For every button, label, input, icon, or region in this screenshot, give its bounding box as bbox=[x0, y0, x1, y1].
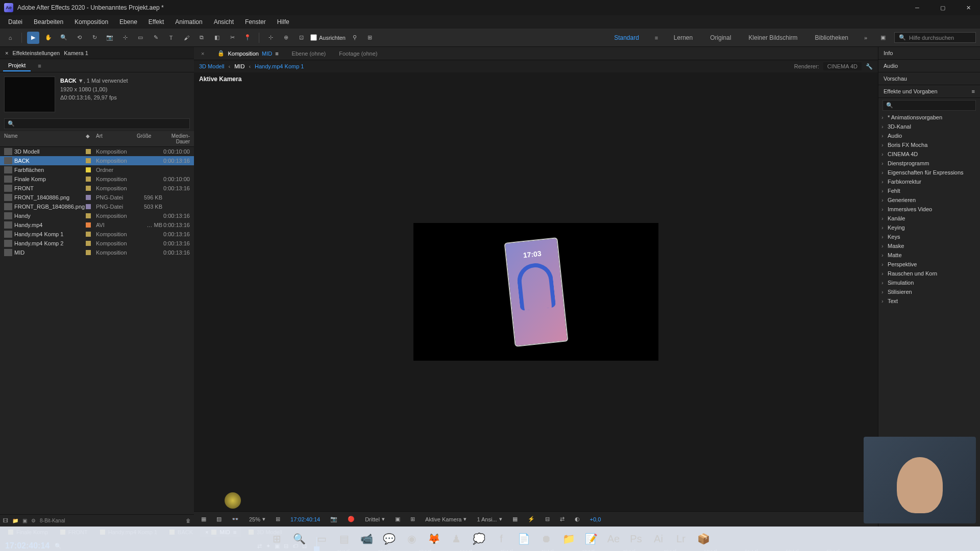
close-button[interactable]: ✕ bbox=[961, 3, 976, 13]
effect-category[interactable]: Perspektive bbox=[878, 260, 980, 269]
effects-search[interactable]: 🔍 bbox=[883, 100, 976, 111]
project-item[interactable]: HandyKomposition0:00:13:16 bbox=[0, 211, 194, 220]
menu-effekt[interactable]: Effekt bbox=[143, 16, 169, 28]
viewer-timecode[interactable]: 17:02:40:14 bbox=[287, 515, 323, 523]
audio-panel[interactable]: Audio bbox=[878, 60, 980, 72]
menu-ebene[interactable]: Ebene bbox=[114, 16, 142, 28]
minimize-button[interactable]: ─ bbox=[910, 3, 925, 13]
workspace-standard[interactable]: Standard bbox=[608, 32, 645, 43]
taskbar-app[interactable]: 💬 bbox=[379, 529, 399, 548]
menu-komposition[interactable]: Komposition bbox=[69, 16, 113, 28]
project-item[interactable]: MIDKomposition0:00:13:16 bbox=[0, 248, 194, 257]
project-item[interactable]: FRONT_1840886.pngPNG-Datei596 KB bbox=[0, 193, 194, 202]
taskbar-app[interactable]: 🔍 bbox=[289, 529, 309, 548]
taskbar-app[interactable]: ▤ bbox=[334, 529, 354, 548]
taskbar-app[interactable]: Ps bbox=[626, 529, 646, 548]
effect-category[interactable]: Stilisieren bbox=[878, 287, 980, 296]
effect-category[interactable]: Generieren bbox=[878, 195, 980, 205]
resolution-dropdown[interactable]: Drittel ▾ bbox=[362, 515, 388, 523]
grid-icon[interactable]: ⊞ bbox=[407, 515, 418, 523]
taskbar-app[interactable]: 📦 bbox=[694, 529, 713, 548]
menu-datei[interactable]: Datei bbox=[3, 16, 28, 28]
view-axis-icon[interactable]: ⊡ bbox=[295, 32, 307, 44]
expand-icon[interactable]: » bbox=[860, 32, 872, 44]
channel-icon[interactable]: 🔴 bbox=[345, 515, 358, 523]
project-list[interactable]: 3D ModellKomposition0:00:10:00BACKKompos… bbox=[0, 147, 194, 514]
effect-controls-tab[interactable]: × Effekteinstellungen Kamera 1 bbox=[0, 47, 194, 59]
menu-animation[interactable]: Animation bbox=[170, 16, 207, 28]
view-dropdown[interactable]: Aktive Kamera ▾ bbox=[422, 515, 470, 523]
snap-checkbox[interactable] bbox=[310, 34, 317, 41]
info-panel[interactable]: Info bbox=[878, 47, 980, 60]
new-folder-icon[interactable]: 📁 bbox=[12, 518, 18, 523]
shape-tool-icon[interactable]: ▭ bbox=[134, 32, 146, 44]
effect-category[interactable]: Matte bbox=[878, 251, 980, 260]
taskbar-app[interactable]: f bbox=[492, 529, 511, 548]
adjust-icon[interactable]: ⚙ bbox=[31, 518, 36, 523]
project-item[interactable]: BACKKomposition0:00:13:16 bbox=[0, 156, 194, 165]
pixel-aspect-icon[interactable]: ▦ bbox=[509, 515, 521, 523]
exposure-value[interactable]: +0,0 bbox=[587, 515, 604, 523]
pen-tool-icon[interactable]: ✎ bbox=[150, 32, 162, 44]
effect-category[interactable]: Maske bbox=[878, 241, 980, 251]
taskbar-app[interactable]: Lr bbox=[671, 529, 691, 548]
resolution-icon[interactable]: ⊞ bbox=[273, 515, 283, 523]
text-tool-icon[interactable]: T bbox=[165, 32, 177, 44]
panel-toggle-icon[interactable]: ▣ bbox=[877, 32, 889, 44]
workspace-original[interactable]: Original bbox=[704, 32, 737, 43]
workspace-bibliotheken[interactable]: Bibliotheken bbox=[809, 32, 854, 43]
viewer-tab-comp[interactable]: 🔒 Komposition MID ≡ bbox=[213, 48, 282, 59]
hand-tool-icon[interactable]: ✋ bbox=[42, 32, 55, 44]
effect-category[interactable]: Keys bbox=[878, 232, 980, 241]
taskbar-app[interactable]: 💭 bbox=[469, 529, 488, 548]
snapshot-icon[interactable]: 📷 bbox=[327, 515, 340, 523]
fast-preview-icon[interactable]: ⚡ bbox=[525, 515, 538, 523]
views-dropdown[interactable]: 1 Ansi... ▾ bbox=[474, 515, 505, 523]
viewer-tab-layer[interactable]: Ebene (ohne) bbox=[288, 48, 330, 59]
timeline-icon[interactable]: ⊟ bbox=[542, 515, 553, 523]
renderer-value[interactable]: CINEMA 4D bbox=[823, 62, 862, 70]
viewer-close-icon[interactable]: × bbox=[197, 48, 208, 59]
col-dur[interactable]: Medien-Dauer bbox=[162, 133, 190, 144]
effect-category[interactable]: 3D-Kanal bbox=[878, 122, 980, 131]
zoom-tool-icon[interactable]: 🔍 bbox=[58, 32, 70, 44]
orbit-tool-icon[interactable]: ⟲ bbox=[73, 32, 85, 44]
viewer-tab-footage[interactable]: Footage (ohne) bbox=[335, 48, 381, 59]
depth-label[interactable]: 8-Bit-Kanal bbox=[40, 518, 65, 523]
taskbar-app[interactable]: 📝 bbox=[581, 529, 601, 548]
snap-grid-icon[interactable]: ⊞ bbox=[364, 32, 376, 44]
flowchart-icon[interactable]: ⇄ bbox=[557, 515, 568, 523]
mask-icon[interactable]: 👓 bbox=[229, 515, 242, 523]
effect-category[interactable]: Text bbox=[878, 296, 980, 306]
project-item[interactable]: Handy.mp4 Komp 2Komposition0:00:13:16 bbox=[0, 239, 194, 248]
taskbar-app[interactable]: ◉ bbox=[402, 529, 421, 548]
taskbar-app[interactable]: ⊞ bbox=[267, 529, 286, 548]
project-item[interactable]: FRONTKomposition0:00:13:16 bbox=[0, 184, 194, 193]
effect-category[interactable]: Farbkorrektur bbox=[878, 177, 980, 186]
taskbar-app[interactable]: Ai bbox=[649, 529, 668, 548]
col-size[interactable]: Größe bbox=[137, 133, 162, 144]
project-search[interactable]: 🔍 bbox=[4, 118, 190, 129]
menu-ansicht[interactable]: Ansicht bbox=[209, 16, 239, 28]
brush-tool-icon[interactable]: 🖌 bbox=[180, 32, 192, 44]
taskbar-app[interactable]: ⏺ bbox=[536, 529, 556, 548]
col-type[interactable]: Art bbox=[96, 133, 137, 144]
menu-hilfe[interactable]: Hilfe bbox=[272, 16, 295, 28]
world-axis-icon[interactable]: ⊕ bbox=[280, 32, 292, 44]
workspace-klein[interactable]: Kleiner Bildschirm bbox=[743, 32, 804, 43]
project-item[interactable]: FRONT_RGB_1840886.pngPNG-Datei503 KB bbox=[0, 202, 194, 211]
taskbar-app[interactable]: Ae bbox=[604, 529, 623, 548]
rotate-tool-icon[interactable]: ↻ bbox=[88, 32, 101, 44]
new-comp-icon[interactable]: ▣ bbox=[22, 518, 27, 523]
workspace-menu-icon[interactable]: ≡ bbox=[650, 32, 663, 44]
effect-category[interactable]: CINEMA 4D bbox=[878, 149, 980, 159]
home-icon[interactable]: ⌂ bbox=[4, 32, 16, 44]
effect-category[interactable]: Audio bbox=[878, 131, 980, 140]
selection-tool-icon[interactable]: ▶ bbox=[27, 32, 39, 44]
effect-category[interactable]: Keying bbox=[878, 223, 980, 232]
renderer-settings-icon[interactable]: 🔧 bbox=[866, 63, 873, 70]
project-item[interactable]: Handy.mp4 Komp 1Komposition0:00:13:16 bbox=[0, 230, 194, 239]
taskbar-app[interactable]: 📄 bbox=[514, 529, 533, 548]
roto-tool-icon[interactable]: ✂ bbox=[226, 32, 238, 44]
puppet-tool-icon[interactable]: 📍 bbox=[241, 32, 254, 44]
